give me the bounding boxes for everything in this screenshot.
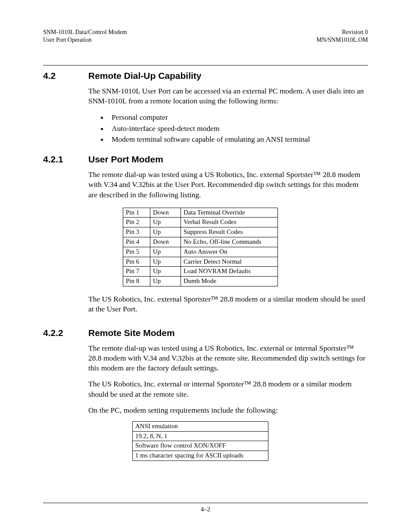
cell: Software flow control XON/XOFF — [133, 441, 268, 451]
table-row: Pin 5 Up Auto Answer On — [123, 247, 278, 257]
page-number: 4–2 — [43, 506, 368, 513]
cell-pos: Up — [150, 277, 181, 286]
heading-num: 4.2 — [43, 71, 88, 81]
section-4-2-2-body: The remote dial-up was tested using a US… — [88, 343, 368, 461]
cell-desc: No Echo, Off-line Commands — [181, 237, 278, 247]
cell-pin: Pin 2 — [123, 218, 150, 227]
table-row: Pin 1 Down Data Terminal Override — [123, 208, 278, 218]
paragraph: The US Robotics, Inc. external Sportster… — [88, 294, 368, 314]
cell-desc: Data Terminal Override — [181, 208, 278, 218]
cell-pin: Pin 7 — [123, 267, 150, 277]
cell-pos: Up — [150, 257, 181, 267]
paragraph: The remote dial-up was tested using a US… — [88, 170, 368, 199]
cell-pos: Up — [150, 267, 181, 277]
heading-4-2-1: 4.2.1 User Port Modem — [43, 154, 368, 165]
table-row: Pin 2 Up Verbal Result Codes — [123, 218, 278, 227]
section-4-2-1-body: The remote dial-up was tested using a US… — [88, 170, 368, 314]
header-left-2: User Port Operation — [43, 36, 92, 44]
paragraph: The SNM-1010L User Port can be accessed … — [88, 86, 368, 106]
section-4-2-body: The SNM-1010L User Port can be accessed … — [88, 86, 368, 145]
paragraph: On the PC, modem setting requirements in… — [88, 405, 368, 415]
cell: ANSI emulation — [133, 421, 268, 431]
page-header: SNM-1010L Data/Control Modem Revision 0 — [43, 28, 368, 36]
table-row: Pin 3 Up Suppress Result Codes — [123, 227, 278, 237]
list-item: Personal computer — [108, 112, 368, 123]
cell-pin: Pin 3 — [123, 227, 150, 237]
cell-desc: Auto Answer On — [181, 247, 278, 257]
table-row: Pin 8 Up Dumb Mode — [123, 277, 278, 286]
bullet-list: Personal computer Auto-interface speed-d… — [88, 112, 368, 145]
cell-pin: Pin 5 — [123, 247, 150, 257]
list-item: Modem terminal software capable of emula… — [108, 134, 368, 145]
cell-pos: Down — [150, 237, 181, 247]
cell-pos: Up — [150, 227, 181, 237]
cell: 19.2, 8, N, 1 — [133, 431, 268, 441]
header-right-1: Revision 0 — [342, 28, 368, 36]
table-row: 1 ms character spacing for ASCII uploads — [133, 451, 268, 461]
table-row: Pin 6 Up Carrier Detect Normal — [123, 257, 278, 267]
heading-4-2: 4.2 Remote Dial-Up Capability — [43, 71, 368, 81]
cell-pin: Pin 8 — [123, 277, 150, 286]
table-row: ANSI emulation — [133, 421, 268, 431]
header-right-2: MN/SNM1010L.OM — [317, 36, 368, 44]
paragraph: The remote dial-up was tested using a US… — [88, 343, 368, 373]
table-row: 19.2, 8, N, 1 — [133, 431, 268, 441]
heading-title: User Port Modem — [88, 154, 163, 165]
heading-num: 4.2.1 — [43, 154, 88, 165]
cell-pos: Up — [150, 218, 181, 227]
table-row: Software flow control XON/XOFF — [133, 441, 268, 451]
dip-switch-table: Pin 1 Down Data Terminal Override Pin 2 … — [123, 208, 278, 286]
page-header-2: User Port Operation MN/SNM1010L.OM — [43, 36, 368, 44]
heading-title: Remote Site Modem — [88, 328, 175, 338]
cell-pin: Pin 4 — [123, 237, 150, 247]
paragraph: The US Robotics, Inc. external or intern… — [88, 379, 368, 399]
requirements-table: ANSI emulation 19.2, 8, N, 1 Software fl… — [132, 421, 268, 461]
heading-title: Remote Dial-Up Capability — [88, 71, 202, 81]
cell-desc: Dumb Mode — [181, 277, 278, 286]
header-left-1: SNM-1010L Data/Control Modem — [43, 28, 127, 36]
cell-desc: Suppress Result Codes — [181, 227, 278, 237]
cell: 1 ms character spacing for ASCII uploads — [133, 451, 268, 461]
cell-pos: Up — [150, 247, 181, 257]
cell-pos: Down — [150, 208, 181, 218]
table-row: Pin 7 Up Load NOVRAM Defaults — [123, 267, 278, 277]
page-footer: 4–2 — [43, 503, 368, 513]
list-item: Auto-interface speed-detect modem — [108, 123, 368, 134]
rule-bottom — [43, 503, 368, 503]
cell-desc: Load NOVRAM Defaults — [181, 267, 278, 277]
cell-pin: Pin 6 — [123, 257, 150, 267]
cell-desc: Carrier Detect Normal — [181, 257, 278, 267]
heading-4-2-2: 4.2.2 Remote Site Modem — [43, 328, 368, 338]
cell-pin: Pin 1 — [123, 208, 150, 218]
page: SNM-1010L Data/Control Modem Revision 0 … — [0, 0, 411, 532]
heading-num: 4.2.2 — [43, 328, 88, 338]
rule-top — [43, 65, 368, 65]
cell-desc: Verbal Result Codes — [181, 218, 278, 227]
table-row: Pin 4 Down No Echo, Off-line Commands — [123, 237, 278, 247]
